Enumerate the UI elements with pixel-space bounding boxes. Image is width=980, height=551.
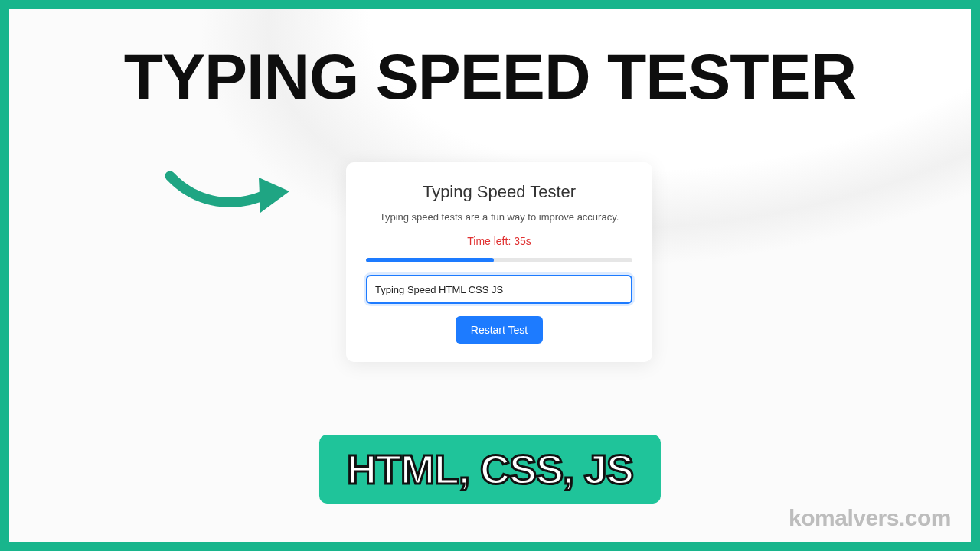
card-heading: Typing Speed Tester bbox=[366, 182, 632, 202]
tech-badge: HTML, CSS, JS bbox=[319, 435, 661, 504]
curved-arrow-icon bbox=[162, 162, 300, 231]
page-title: TYPING SPEED TESTER bbox=[9, 40, 971, 114]
card-description: Typing speed tests are a fun way to impr… bbox=[366, 211, 632, 223]
tech-label: HTML, CSS, JS bbox=[347, 446, 633, 492]
typing-input[interactable] bbox=[366, 275, 632, 304]
typing-tester-card: Typing Speed Tester Typing speed tests a… bbox=[346, 162, 652, 362]
progress-fill bbox=[366, 258, 494, 262]
progress-bar bbox=[366, 258, 632, 262]
thumbnail-frame: TYPING SPEED TESTER Typing Speed Tester … bbox=[0, 0, 980, 551]
watermark: komalvers.com bbox=[789, 505, 951, 531]
restart-button[interactable]: Restart Test bbox=[456, 316, 543, 344]
timer-label: Time left: 35s bbox=[366, 235, 632, 247]
